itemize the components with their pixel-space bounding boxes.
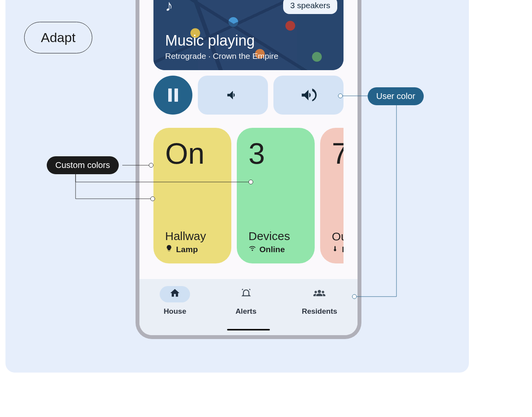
annotation-user-color: User color	[368, 87, 424, 105]
speakers-chip[interactable]: 3 speakers	[283, 0, 337, 14]
gesture-handle[interactable]	[227, 329, 270, 330]
nav-residents-pill	[304, 286, 335, 302]
card-hallway[interactable]: On Hallway Lamp	[153, 128, 231, 263]
phone-frame: ♪ 3 speakers Music playing Retrograde · …	[136, 0, 361, 339]
annotation-custom-colors: Custom colors	[47, 156, 119, 174]
music-note-icon: ♪	[165, 0, 173, 14]
card-devices-sub: Online	[248, 244, 303, 254]
nav-alerts-pill	[231, 286, 261, 302]
media-controls	[153, 76, 344, 115]
leader-custom-2-dot	[248, 180, 253, 184]
nav-house[interactable]: House	[160, 286, 190, 316]
pause-icon	[168, 88, 178, 102]
nav-alerts-label: Alerts	[236, 307, 257, 316]
card-outside-title: Outsi	[332, 230, 344, 243]
pause-button[interactable]	[153, 76, 192, 115]
card-hallway-sub: Lamp	[165, 244, 220, 254]
nav-residents[interactable]: Residents	[302, 286, 337, 316]
bottom-nav: House Alerts Residents	[139, 279, 358, 335]
house-icon	[169, 288, 180, 301]
lamp-icon	[165, 244, 173, 254]
cards-row[interactable]: On Hallway Lamp 3 Devices	[153, 128, 344, 263]
bell-icon	[241, 288, 252, 301]
nav-house-pill	[160, 286, 190, 302]
music-text: Music playing Retrograde · Crown the Emp…	[165, 32, 278, 61]
card-hallway-sub-text: Lamp	[176, 245, 198, 254]
annotation-custom-colors-label: Custom colors	[55, 160, 110, 170]
leader-user-1-dot	[338, 94, 343, 98]
leader-custom-1-dot	[149, 163, 153, 168]
svg-point-0	[318, 290, 321, 293]
card-devices[interactable]: 3 Devices Online	[237, 128, 315, 263]
speakers-chip-label: 3 speakers	[290, 1, 330, 10]
volume-high-button[interactable]	[273, 76, 344, 115]
card-devices-value: 3	[248, 139, 303, 168]
card-outside-sub-text: Heati	[342, 245, 344, 254]
card-devices-title: Devices	[248, 230, 303, 243]
music-card[interactable]: ♪ 3 speakers Music playing Retrograde · …	[153, 0, 344, 70]
thermometer-icon	[332, 245, 339, 254]
volume-low-icon	[225, 88, 240, 102]
card-outside-sub: Heati	[332, 245, 344, 254]
svg-point-1	[315, 291, 317, 293]
music-track: Retrograde · Crown the Empire	[165, 51, 278, 61]
volume-low-button[interactable]	[198, 76, 268, 115]
card-hallway-title: Hallway	[165, 230, 220, 243]
card-outside-value: 71	[332, 139, 344, 168]
card-hallway-value: On	[165, 139, 220, 168]
nav-house-label: House	[164, 307, 186, 316]
people-icon	[313, 288, 326, 301]
adapt-badge: Adapt	[24, 22, 92, 53]
leader-custom-3-dot	[150, 196, 155, 201]
phone-content: ♪ 3 speakers Music playing Retrograde · …	[139, 0, 358, 263]
card-devices-sub-text: Online	[259, 245, 285, 254]
wifi-icon	[248, 244, 256, 254]
annotation-user-color-label: User color	[376, 91, 415, 101]
adapt-label: Adapt	[41, 30, 76, 45]
card-outside[interactable]: 71 Outsi Heati	[320, 128, 344, 263]
volume-high-icon	[299, 86, 317, 104]
leader-user-2-dot	[352, 294, 357, 299]
svg-point-2	[322, 291, 324, 293]
canvas: Adapt ♪ 3 speakers Music playing Retrogr…	[5, 0, 469, 373]
nav-residents-label: Residents	[302, 307, 337, 316]
nav-alerts[interactable]: Alerts	[231, 286, 261, 316]
music-title: Music playing	[165, 32, 278, 49]
